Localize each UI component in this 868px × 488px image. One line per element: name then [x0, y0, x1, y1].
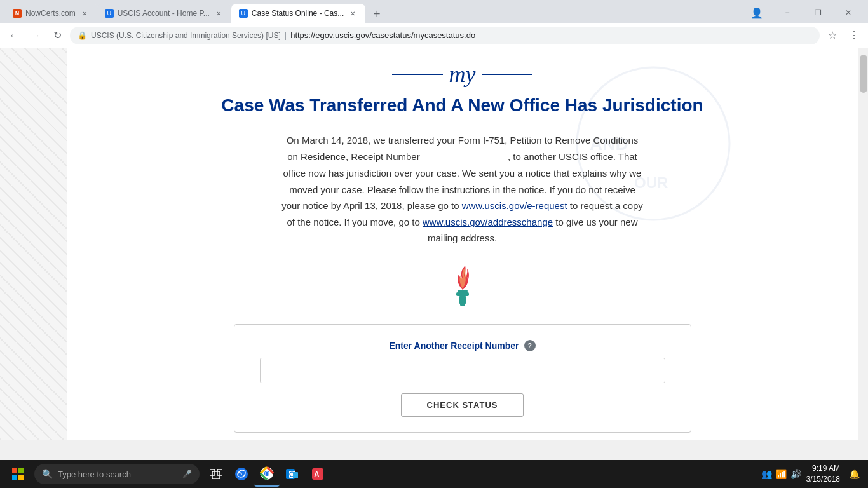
more-button[interactable]: ⋮	[845, 27, 863, 44]
task-view-icon	[210, 469, 222, 479]
svg-rect-22	[293, 472, 298, 478]
edge-app-button[interactable]	[229, 461, 254, 487]
svg-rect-6	[460, 304, 465, 306]
main-title: Case Was Transferred And A New Office Ha…	[202, 94, 723, 117]
address-separator: |	[285, 30, 287, 40]
network-icon[interactable]: 📶	[776, 469, 787, 479]
tab-case-status[interactable]: U Case Status Online - Cas... ✕	[231, 4, 365, 23]
desc-line5: your notice by April 13, 2018, please go…	[281, 200, 459, 211]
tab-nowcerts[interactable]: N NowCerts.com ✕	[5, 4, 97, 23]
main-layout: AND OUR my Case Was Transferred And A Ne…	[0, 48, 868, 440]
case-description: On March 14, 2018, we transferred your F…	[247, 132, 679, 247]
notification-icon: 🔔	[849, 469, 860, 479]
address-protocol: USCIS (U.S. Citizenship and Immigration …	[91, 31, 281, 40]
receipt-number-input[interactable]	[260, 358, 665, 383]
desc-line3: office now has jurisdiction over your ca…	[283, 168, 642, 179]
tab-title-case: Case Status Online - Cas...	[252, 9, 344, 18]
nav-bar: ← → ↻ 🔒 USCIS (U.S. Citizenship and Immi…	[0, 23, 868, 48]
taskbar-search-text: Type here to search	[58, 470, 131, 479]
tab-favicon-uscis: U	[105, 9, 114, 18]
page-content: AND OUR my Case Was Transferred And A Ne…	[67, 48, 858, 440]
svg-rect-8	[18, 468, 24, 473]
clock-date: 3/15/2018	[806, 474, 840, 485]
taskbar-microphone-icon: 🎤	[182, 470, 192, 478]
check-status-button[interactable]: CHECK STATUS	[401, 393, 524, 417]
forward-button[interactable]: →	[27, 27, 44, 44]
acrobat-app-button[interactable]: A	[305, 461, 330, 487]
lock-icon: 🔒	[78, 31, 87, 40]
windows-logo-icon	[12, 468, 24, 480]
svg-rect-9	[12, 475, 17, 480]
taskbar-search-bar[interactable]: 🔍 Type here to search 🎤	[34, 464, 200, 484]
right-scrollbar[interactable]	[858, 48, 868, 440]
address-bar[interactable]: 🔒 USCIS (U.S. Citizenship and Immigratio…	[70, 27, 820, 44]
edge-icon	[234, 467, 248, 481]
clock-time: 9:19 AM	[806, 463, 840, 474]
desc-line1: On March 14, 2018, we transferred your F…	[287, 135, 639, 146]
taskbar-sys-icons: 👥 📶 🔊	[761, 469, 801, 479]
browser-chrome: N NowCerts.com ✕ U USCIS Account - Home …	[0, 0, 868, 48]
back-button[interactable]: ←	[5, 27, 23, 44]
tab-title-nowcerts: NowCerts.com	[25, 9, 76, 18]
form-label-area: Enter Another Receipt Number ?	[260, 340, 665, 351]
address-url: https://egov.uscis.gov/casestatus/mycase…	[290, 30, 475, 40]
svg-rect-10	[18, 475, 24, 480]
logo-line-right	[482, 74, 532, 75]
maximize-button[interactable]: ❐	[803, 3, 832, 23]
taskbar-right: 👥 📶 🔊 9:19 AM 3/15/2018 🔔	[761, 463, 863, 485]
close-button[interactable]: ✕	[834, 3, 863, 23]
tab-close-case[interactable]: ✕	[348, 8, 358, 18]
svg-rect-3	[458, 290, 468, 292]
taskbar-clock[interactable]: 9:19 AM 3/15/2018	[806, 463, 840, 485]
new-tab-button[interactable]: +	[368, 5, 386, 23]
desc-line4: moved your case. Please follow the instr…	[289, 184, 635, 195]
svg-point-18	[266, 472, 269, 475]
scrollbar-thumb[interactable]	[860, 55, 867, 93]
tab-title-uscis: USCIS Account - Home P...	[118, 9, 210, 18]
svg-text:A: A	[314, 470, 320, 479]
window-controls: 👤 − ❐ ✕	[742, 3, 863, 23]
task-view-button[interactable]	[203, 461, 229, 487]
tab-favicon-case: U	[239, 9, 248, 18]
start-button[interactable]	[5, 461, 31, 487]
taskbar-search-icon: 🔍	[42, 469, 53, 479]
desc-line7: mailing address.	[428, 233, 497, 243]
content-wrapper: AND OUR my Case Was Transferred And A Ne…	[177, 48, 749, 440]
taskbar: 🔍 Type here to search 🎤	[0, 460, 868, 488]
svg-rect-7	[12, 468, 17, 473]
logo-line-left	[392, 74, 443, 75]
acrobat-icon: A	[311, 467, 325, 481]
star-button[interactable]: ☆	[824, 27, 841, 44]
logo-cursive-text: my	[443, 61, 482, 88]
volume-icon[interactable]: 🔊	[790, 469, 801, 479]
receipt-number-blank	[423, 149, 505, 166]
svg-rect-5	[459, 296, 466, 304]
notification-button[interactable]: 🔔	[845, 465, 863, 483]
people-icon[interactable]: 👥	[761, 469, 772, 479]
outlook-icon	[285, 467, 299, 481]
desc-line2b: , to another USCIS office. That	[508, 151, 637, 162]
address-change-link[interactable]: www.uscis.gov/addresschange	[423, 217, 553, 227]
tab-close-uscis[interactable]: ✕	[214, 8, 224, 18]
desc-line6: of the notice. If you move, go to	[287, 217, 420, 227]
chrome-app-button[interactable]	[254, 461, 280, 487]
form-box: Enter Another Receipt Number ? CHECK STA…	[234, 324, 691, 433]
outlook-app-button[interactable]	[280, 461, 305, 487]
desc-line2: on Residence, Receipt Number	[287, 151, 419, 162]
left-margin	[0, 48, 67, 440]
help-button[interactable]: ?	[524, 340, 536, 351]
minimize-button[interactable]: −	[773, 3, 802, 23]
tabs-bar: N NowCerts.com ✕ U USCIS Account - Home …	[0, 0, 868, 23]
tab-uscis-account[interactable]: U USCIS Account - Home P... ✕	[97, 4, 231, 23]
desc-line5b: to request a copy	[570, 200, 643, 211]
receipt-label: Enter Another Receipt Number	[389, 341, 519, 351]
e-request-link[interactable]: www.uscis.gov/e-request	[462, 200, 567, 211]
svg-rect-4	[456, 292, 469, 296]
reload-button[interactable]: ↻	[48, 27, 66, 44]
chrome-icon	[260, 466, 274, 480]
tab-close-nowcerts[interactable]: ✕	[79, 8, 90, 18]
desc-line6b: to give us your new	[555, 217, 637, 227]
tab-favicon-nowcerts: N	[13, 9, 22, 18]
torch-icon	[445, 266, 480, 307]
profile-icon[interactable]: 👤	[742, 3, 771, 23]
